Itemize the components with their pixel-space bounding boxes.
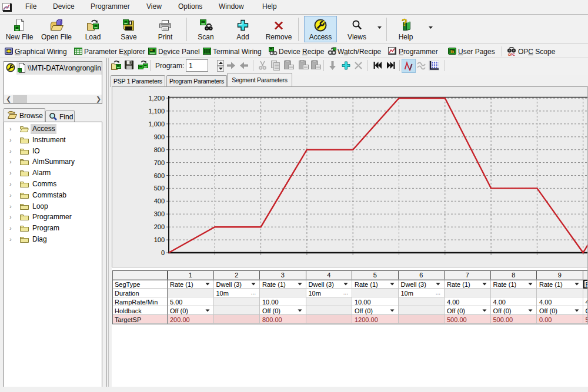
svg-text:OPC: OPC [508, 53, 515, 56]
svg-text:1,200: 1,200 [148, 95, 165, 102]
svg-text:1,000: 1,000 [148, 120, 165, 128]
svg-text:300: 300 [154, 210, 165, 217]
svg-text:200: 200 [154, 223, 165, 230]
svg-text:0: 0 [161, 249, 165, 256]
svg-text:700: 700 [154, 159, 165, 166]
svg-text:1,100: 1,100 [148, 108, 165, 115]
svg-text:ln: ln [450, 49, 454, 53]
svg-text:800: 800 [154, 146, 165, 153]
svg-text:900: 900 [154, 133, 165, 140]
svg-text:400: 400 [154, 197, 165, 205]
svg-text:100: 100 [154, 236, 165, 243]
svg-text:500: 500 [154, 185, 165, 192]
svg-text:?: ? [402, 18, 407, 28]
svg-text:600: 600 [154, 172, 165, 179]
